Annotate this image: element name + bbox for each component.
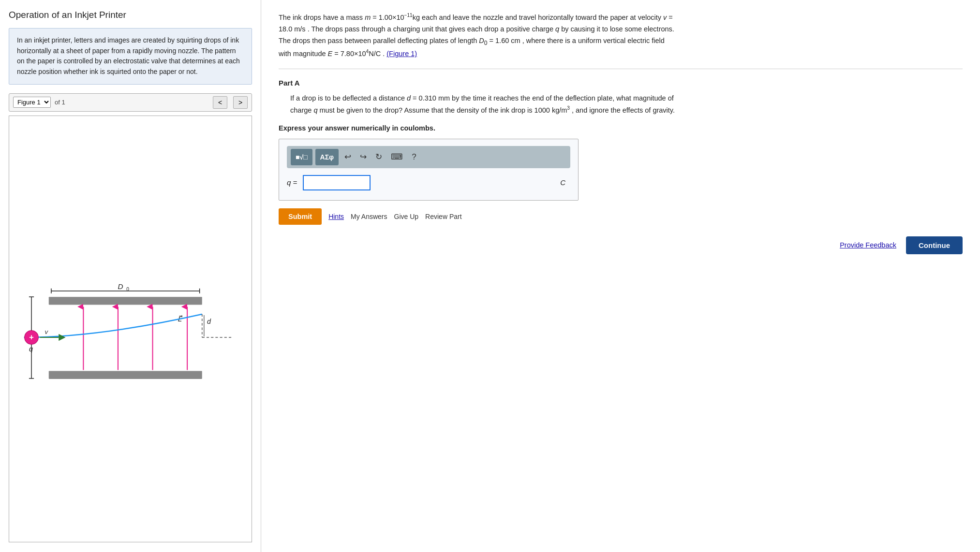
length-variable: D [479,37,484,44]
bottom-row: Provide Feedback Continue [279,236,963,254]
svg-rect-0 [49,297,202,305]
figure-controls: Figure 1 of 1 < > [9,93,252,112]
svg-rect-1 [49,371,202,378]
prev-figure-button[interactable]: < [213,96,227,109]
figure-of-label: of 1 [55,99,65,106]
refresh-icon: ↻ [375,152,382,162]
math-input-button[interactable]: ■√□ [291,149,312,165]
keyboard-button[interactable]: ⌨ [388,149,406,165]
figure-area: D 0 E⃗ [9,116,252,542]
svg-text:D: D [118,282,123,291]
submit-button[interactable]: Submit [279,208,322,225]
undo-button[interactable]: ↩ [342,149,354,165]
help-button[interactable]: ? [409,149,419,165]
divider [279,69,963,69]
answer-unit: C [560,178,570,187]
figure-link[interactable]: (Figure 1) [386,50,417,58]
svg-text:+: + [29,333,34,341]
charge-variable-2: q [313,106,317,114]
continue-button[interactable]: Continue [906,236,963,254]
velocity-variable: v [663,14,667,21]
svg-text:v: v [45,328,49,335]
description-text: In an inkjet printer, letters and images… [17,36,240,75]
answer-input[interactable] [303,175,371,190]
charge-variable-1: q [555,25,559,33]
field-variable: E [328,50,333,58]
keyboard-icon: ⌨ [391,152,403,162]
my-answers-text[interactable]: My Answers [351,213,387,220]
description-box: In an inkjet printer, letters and images… [9,28,252,85]
hints-link[interactable]: Hints [328,213,344,220]
answer-label: q = [287,178,297,187]
part-label: Part A [279,79,963,87]
action-row: Submit Hints My Answers Give Up Review P… [279,208,963,225]
distance-variable: d [407,94,411,102]
redo-icon: ↪ [360,152,367,162]
give-up-text[interactable]: Give Up [394,213,419,220]
symbols-icon: AΣφ [320,153,334,161]
refresh-button[interactable]: ↻ [372,149,385,165]
svg-text:d: d [207,318,211,325]
part-question: If a drop is to be deflected a distance … [290,93,677,116]
math-toolbar: ■√□ AΣφ ↩ ↪ ↻ ⌨ ? [287,146,570,168]
answer-row: q = C [287,175,570,190]
page-title: Operation of an Inkjet Printer [9,10,252,20]
figure-svg: D 0 E⃗ [9,116,252,542]
symbols-button[interactable]: AΣφ [315,149,339,165]
mass-variable: m [365,14,371,21]
question-icon: ? [412,152,416,162]
svg-text:0: 0 [126,287,129,292]
figure-selector[interactable]: Figure 1 [13,97,51,108]
math-input-icon: ■√□ [296,153,308,161]
express-label: Express your answer numerically in coulo… [279,124,963,132]
svg-text:q: q [29,345,33,352]
answer-container: ■√□ AΣφ ↩ ↪ ↻ ⌨ ? q = C [279,139,579,201]
review-part-text[interactable]: Review Part [425,213,461,220]
problem-text: The ink drops have a mass m = 1.00×10−11… [279,12,675,60]
next-figure-button[interactable]: > [233,96,248,109]
left-panel: Operation of an Inkjet Printer In an ink… [0,0,261,552]
undo-icon: ↩ [344,152,351,162]
right-panel: The ink drops have a mass m = 1.00×10−11… [261,0,980,552]
redo-button[interactable]: ↪ [357,149,370,165]
provide-feedback-link[interactable]: Provide Feedback [840,241,896,249]
